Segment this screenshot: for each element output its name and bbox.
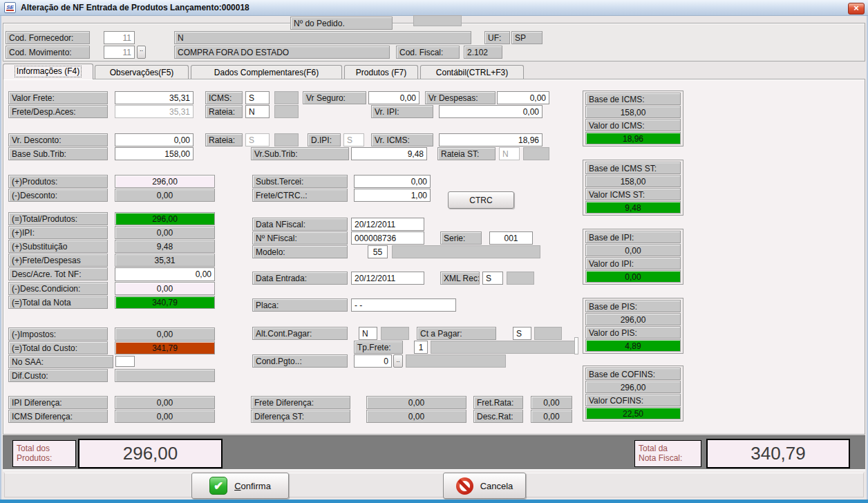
vr-ipi-label: Vr. IPI: — [371, 105, 433, 118]
base-icms-label: Base de ICMS: — [585, 93, 681, 105]
valor-pis-label: Valor do PIS: — [585, 326, 681, 339]
base-pis-label: Base de PIS: — [585, 300, 681, 312]
confirma-label: Confirma — [234, 481, 271, 491]
desconto-label: (-)Desconto: — [8, 189, 108, 202]
cond-pgto-browse-button[interactable]: .. — [393, 354, 403, 368]
vr-desconto-input[interactable]: 0,00 — [115, 133, 194, 146]
total-do-custo-label: (=)Total do Custo: — [8, 341, 108, 354]
base-icms-st-label: Base de ICMS ST: — [585, 162, 681, 174]
ct-a-pagar-label: Ct a Pagar: — [417, 327, 496, 340]
rateia1-flag-input[interactable]: N — [245, 105, 270, 118]
movimento-desc-field: COMPRA FORA DO ESTADO — [174, 46, 390, 59]
pedido-label: Nº do Pedido. — [290, 17, 393, 30]
data-entrada-input[interactable]: 20/12/2011 — [351, 272, 424, 285]
rateia2-label: Rateia: — [205, 133, 243, 146]
app-window: SE Alteração de NF Entrada de Produtos L… — [0, 0, 868, 503]
uf-value: SP — [511, 31, 542, 44]
vr-sub-trib-input[interactable]: 9,48 — [351, 147, 427, 160]
icms-label: ICMS: — [205, 91, 243, 104]
data-nfiscal-label: Data NFiscal: — [252, 218, 348, 231]
tab-contabil[interactable]: Contábil(CTRL+F3) — [420, 65, 524, 79]
rateia2-flag-input: S — [245, 133, 270, 146]
base-sub-trib-label: Base Sub.Trib: — [8, 147, 108, 160]
icms-diferenca-label: ICMS Diferença: — [8, 410, 108, 423]
valor-frete-input[interactable]: 35,31 — [115, 91, 194, 104]
close-button[interactable]: × — [848, 3, 865, 15]
tp-frete-endcap-box — [574, 337, 578, 354]
total-produtos-label: (=)Total/Produtos: — [8, 212, 108, 225]
ipi-diferenca-label: IPI Diferença: — [8, 396, 108, 409]
cod-movimento-input[interactable]: 11 — [104, 46, 135, 59]
vr-icms-input[interactable]: 18,96 — [439, 133, 542, 146]
vr-seguro-label: Vr Seguro: — [303, 91, 366, 104]
diferenca-st-value: 0,00 — [366, 410, 466, 423]
placa-input[interactable]: - - — [351, 298, 456, 312]
total-produtos-footer-value: 296,00 — [78, 439, 223, 468]
cancela-button[interactable]: Cancela — [443, 473, 526, 499]
alt-cont-pagar-flag-input[interactable]: N — [359, 327, 377, 340]
base-ipi-value: 0,00 — [585, 244, 681, 256]
tab-observacoes[interactable]: Observações(F5) — [95, 65, 189, 79]
total-da-nota-label: (=)Total da Nota — [8, 296, 108, 309]
cod-fornecedor-input[interactable]: 11 — [104, 31, 135, 44]
desc-condicion-label: (-)Desc.Condicion: — [8, 282, 108, 295]
icms-flag-input[interactable]: S — [245, 91, 270, 104]
vr-ipi-input[interactable]: 0,00 — [439, 105, 542, 118]
no-nfiscal-input[interactable]: 000008736 — [351, 231, 424, 245]
modelo-input[interactable]: 55 — [368, 245, 388, 258]
diferenca-st-label: Diferença ST: — [251, 410, 350, 423]
frete-ctrc-label: Frete/CTRC..: — [252, 189, 348, 202]
valor-frete-label: Valor Frete: — [8, 91, 108, 104]
total-do-custo-value: 341,79 — [115, 341, 215, 354]
no-saa-input[interactable] — [115, 356, 135, 367]
desconto-value: 0,00 — [115, 189, 215, 202]
movimento-browse-button[interactable]: .. — [137, 46, 146, 59]
desc-acre-tot-nf-input[interactable]: 0,00 — [115, 267, 215, 281]
tab-dados-complementares[interactable]: Dados Complementares(F6) — [191, 65, 342, 79]
vr-seguro-input[interactable]: 0,00 — [368, 91, 419, 104]
window-bottom-border — [0, 500, 868, 503]
uf-label: UF: — [484, 31, 510, 44]
cond-pgto-input[interactable]: 0 — [354, 354, 392, 368]
app-icon: SE — [4, 2, 16, 13]
xml-rec-flag-input[interactable]: S — [482, 272, 503, 285]
no-nfiscal-label: Nº NFiscal: — [252, 231, 348, 245]
vr-desconto-label: Vr. Desconto: — [8, 133, 108, 146]
frete-diferenca-value: 0,00 — [366, 396, 466, 409]
confirma-button[interactable]: ✔ Confirma — [191, 473, 289, 499]
fret-rata-label: Fret.Rata: — [473, 396, 523, 409]
base-cofins-label: Base de COFINS: — [585, 368, 681, 380]
ipi-value: 0,00 — [115, 226, 215, 239]
valor-ipi-label: Valor do IPI: — [585, 257, 681, 269]
cond-pgto-label: Cond.Pgto..: — [252, 354, 348, 368]
ipi-diferenca-value: 0,00 — [115, 396, 215, 409]
rateia1-label: Rateia: — [205, 105, 243, 118]
tab-produtos[interactable]: Produtos (F7) — [344, 65, 418, 79]
serie-input[interactable]: 001 — [489, 231, 533, 245]
ctrc-button[interactable]: CTRC — [448, 191, 514, 209]
ct-a-pagar-flag-input[interactable]: S — [513, 327, 531, 340]
frete-ctrc-input[interactable]: 1,00 — [354, 189, 431, 202]
alt-cont-pagar-aux-box — [381, 327, 409, 340]
fornecedor-name-field: N — [174, 31, 471, 44]
substituicao-value: 9,48 — [115, 240, 215, 253]
pedido-value-box — [413, 15, 462, 26]
base-cofins-value: 296,00 — [585, 381, 681, 393]
subst-tercei-input[interactable]: 0,00 — [354, 175, 431, 188]
data-nfiscal-input[interactable]: 20/12/2011 — [351, 218, 424, 231]
base-sub-trib-input[interactable]: 158,00 — [115, 147, 194, 160]
fret-rata-value: 0,00 — [531, 396, 572, 409]
frete-despesas-label: (+)Frete/Despesas — [8, 254, 108, 267]
total-produtos-value: 296,00 — [115, 212, 215, 225]
tp-frete-input[interactable]: 1 — [414, 341, 428, 354]
cancela-label: Cancela — [480, 481, 513, 491]
window-title: Alteração de NF Entrada de Produtos Lanç… — [21, 3, 249, 12]
d-ipi-label: D.IPI: — [308, 133, 341, 146]
vr-despesas-label: Vr Despesas: — [425, 91, 496, 104]
vr-despesas-input[interactable]: 0,00 — [497, 91, 549, 104]
total-produtos-footer-label: Total dos Produtos: — [12, 440, 76, 467]
tab-informacoes[interactable]: Informações (F4) — [3, 64, 93, 79]
rateia-st-label: Rateia ST: — [437, 147, 496, 160]
subst-tercei-label: Subst.Tercei: — [252, 175, 348, 188]
frete-diferenca-label: Frete Diferença: — [251, 396, 350, 409]
